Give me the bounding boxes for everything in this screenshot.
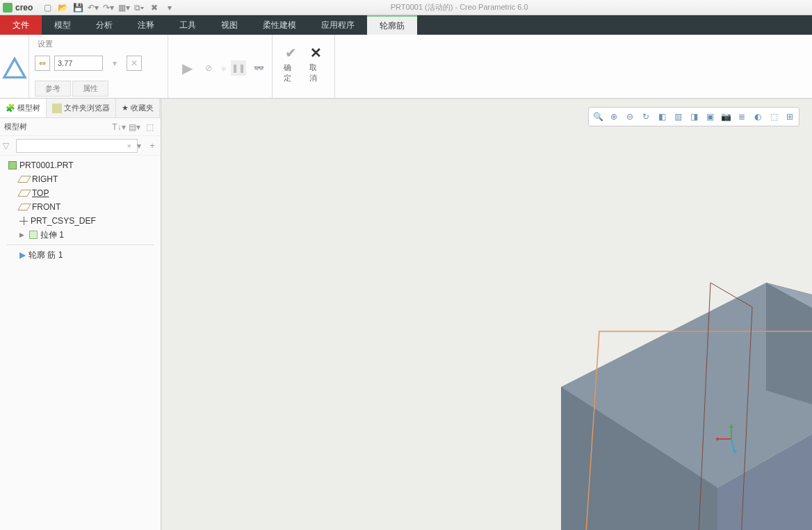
tree-datum-right[interactable]: RIGHT — [0, 172, 161, 186]
flip-direction-icon[interactable]: ✕ — [127, 56, 142, 71]
menu-analysis[interactable]: 分析 — [83, 15, 125, 35]
plane-icon — [17, 176, 31, 183]
reference-tab[interactable]: 参考 — [35, 81, 71, 97]
tree-icon: 🧩 — [6, 103, 15, 113]
tab-modeltree[interactable]: 🧩 模型树 — [0, 99, 47, 117]
no-preview-icon[interactable]: ⊘ — [201, 60, 216, 76]
attach-preview-icon[interactable]: ⟐ — [216, 60, 231, 76]
qat-save-icon[interactable]: 💾 — [72, 1, 84, 14]
qat-redo-icon[interactable]: ↷▾ — [102, 1, 115, 14]
menu-tools[interactable]: 工具 — [167, 15, 209, 35]
tree-root-label: PRT0001.PRT — [19, 160, 74, 170]
tab-folderbrowser[interactable]: 文件夹浏览器 — [47, 99, 116, 117]
qat-undo-icon[interactable]: ↶▾ — [87, 1, 99, 14]
tab-favorites[interactable]: ★ 收藏夹 — [116, 99, 160, 117]
app-icon — [3, 3, 13, 13]
tree-active-rib-label: 轮廓 筋 1 — [29, 249, 63, 261]
tree-datum-top-label: TOP — [32, 188, 49, 198]
tab-folderbrowser-label: 文件夹浏览器 — [64, 103, 110, 113]
filter-clear-icon[interactable]: × — [127, 142, 131, 150]
filter-dropdown-icon[interactable]: ▾ — [133, 141, 145, 151]
csys-icon — [19, 217, 28, 225]
tree-csys-label: PRT_CSYS_DEF — [31, 216, 96, 226]
qat-close-icon[interactable]: ✖ — [148, 1, 161, 14]
menu-file[interactable]: 文件 — [0, 15, 42, 35]
menu-rib-tool[interactable]: 轮廓筋 — [367, 15, 417, 35]
plane-icon — [17, 190, 31, 197]
pause-preview-icon[interactable]: ❚❚ — [231, 60, 245, 76]
panel-title: 模型树 — [4, 122, 111, 132]
menu-flexmodel[interactable]: 柔性建模 — [250, 15, 309, 35]
window-title: PRT0001 (活动的) - Creo Parametric 6.0 — [176, 2, 742, 13]
rib-feature-icon: ▶ — [19, 250, 26, 260]
menu-application[interactable]: 应用程序 — [309, 15, 367, 35]
tree-datum-front[interactable]: FRONT — [0, 200, 161, 214]
tree-active-rib[interactable]: ▶ 轮廓 筋 1 — [0, 248, 161, 262]
property-tab[interactable]: 属性 — [72, 81, 108, 97]
3d-viewport[interactable]: 🔍 ⊕ ⊖ ↻ ◧ ▥ ◨ ▣ 📷 ≣ ◐ ⬚ ⊞ — [161, 99, 812, 530]
menu-model[interactable]: 模型 — [42, 15, 83, 35]
settings-group-label: 设置 — [35, 38, 162, 49]
cancel-label: 取消 — [309, 63, 324, 83]
thickness-dropdown-icon[interactable]: ▾ — [107, 56, 122, 71]
qat-new-icon[interactable]: ▢ — [41, 1, 54, 14]
star-icon: ★ — [122, 103, 129, 113]
folder-icon — [52, 103, 62, 113]
tree-csys[interactable]: PRT_CSYS_DEF — [0, 214, 161, 228]
thickness-direction-icon[interactable]: ⇔ — [35, 56, 50, 71]
svg-point-12 — [716, 438, 719, 440]
plane-icon — [17, 204, 31, 210]
play-preview-icon[interactable]: ▶ — [174, 54, 201, 82]
model-solid — [561, 283, 812, 530]
tab-favorites-label: 收藏夹 — [131, 103, 154, 113]
ok-label: 确定 — [284, 63, 298, 83]
tree-root[interactable]: PRT0001.PRT — [0, 158, 161, 172]
filter-add-icon[interactable]: + — [147, 141, 158, 151]
check-icon: ✔ — [285, 43, 297, 63]
expand-icon[interactable]: ▶ — [19, 231, 26, 238]
extrude-icon — [29, 231, 38, 239]
filter-input[interactable] — [16, 139, 138, 153]
rib-feature-icon[interactable] — [1, 54, 29, 82]
filter-funnel-icon[interactable]: ▽ — [3, 141, 14, 151]
tree-settings-icon[interactable]: T↓▾ — [112, 120, 126, 134]
cancel-button[interactable]: ✕ 取消 — [304, 40, 330, 86]
part-icon — [8, 161, 17, 169]
qat-regenerate-icon[interactable]: ▦▾ — [117, 1, 130, 14]
x-icon: ✕ — [310, 43, 322, 63]
insert-indicator — [7, 245, 154, 245]
qat-more-icon[interactable]: ▾ — [163, 1, 176, 14]
thickness-input[interactable] — [54, 56, 103, 71]
tree-datum-top[interactable]: TOP — [0, 186, 161, 200]
app-brand: creo — [15, 3, 33, 13]
tree-filter-icon[interactable]: ⬚ — [143, 120, 156, 134]
qat-open-icon[interactable]: 📂 — [56, 1, 69, 14]
tree-datum-right-label: RIGHT — [32, 174, 58, 184]
menu-annotate[interactable]: 注释 — [125, 15, 167, 35]
tree-show-icon[interactable]: ▤▾ — [127, 120, 141, 134]
tree-extrude[interactable]: ▶ 拉伸 1 — [0, 228, 161, 242]
tree-extrude-label: 拉伸 1 — [40, 229, 64, 241]
glasses-preview-icon[interactable]: 👓 — [252, 60, 266, 76]
qat-windows-icon[interactable]: ⧉▾ — [133, 1, 145, 14]
menu-view[interactable]: 视图 — [209, 15, 250, 35]
tree-datum-front-label: FRONT — [32, 202, 60, 212]
ok-button[interactable]: ✔ 确定 — [278, 40, 304, 86]
tab-modeltree-label: 模型树 — [17, 103, 40, 113]
